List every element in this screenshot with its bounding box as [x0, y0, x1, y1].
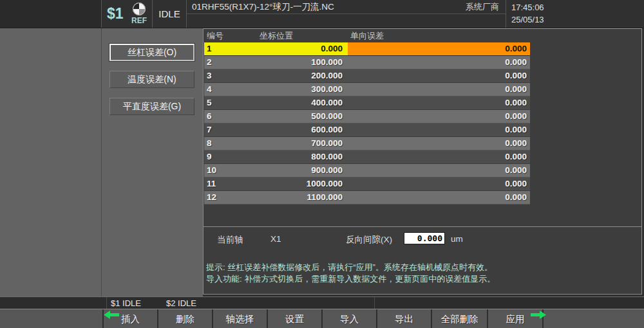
current-axis-label: 当前轴	[217, 234, 243, 246]
cell-index: 8	[204, 137, 258, 150]
table-row[interactable]: 11 1000.000 0.000	[204, 178, 530, 191]
cell-error: 0.000	[348, 69, 530, 82]
cell-error: 0.000	[348, 178, 530, 190]
cell-index: 7	[204, 123, 258, 136]
cell-position: 400.000	[258, 96, 348, 109]
table-row[interactable]: 5 400.000 0.000	[204, 96, 530, 110]
cell-position: 0.000	[258, 42, 348, 55]
sidebar-item-label: 丝杠误差(O)	[128, 47, 176, 59]
topbar-blank-cell	[0, 0, 102, 28]
cell-position: 500.000	[258, 110, 348, 123]
softkey-import[interactable]: 导入	[323, 309, 376, 328]
cell-position: 200.000	[258, 69, 348, 82]
softkey-label: 轴选择	[226, 313, 254, 325]
time-label: 17:45:06	[511, 3, 544, 12]
cell-error: 0.000	[348, 137, 530, 150]
softkey-delete[interactable]: 删除	[158, 309, 212, 328]
sidebar-item-straightness-error[interactable]: 平直度误差(G)	[109, 98, 194, 115]
table-row[interactable]: 4 300.000 0.000	[204, 83, 530, 96]
cell-error: 0.000	[348, 42, 530, 55]
softkey-label: 应用	[506, 313, 525, 325]
cell-index: 1	[204, 42, 258, 55]
left-empty-panel	[0, 28, 102, 296]
header-error: 单向误差	[348, 30, 530, 42]
machine-mode: IDLE	[153, 0, 187, 28]
status-divider	[106, 297, 107, 309]
clock-cell: 17:45:06 25/05/13	[506, 0, 644, 28]
cell-position: 600.000	[258, 123, 348, 136]
compensation-table: 编号 坐标位置 单向误差 1 0.000 0.000 2 100.000 0.0…	[204, 30, 530, 205]
softkey-label: 插入	[121, 313, 140, 325]
channel-cell: $1 REF	[102, 0, 153, 28]
cell-index: 6	[204, 110, 258, 123]
backlash-input[interactable]	[404, 232, 445, 244]
sidebar-item-temperature-error[interactable]: 温度误差(N)	[109, 71, 194, 88]
backlash-unit: um	[451, 234, 463, 244]
hint-line-1: 提示: 丝杠误差补偿数据修改后，请执行“应用”。系统存在轴机械原点时有效。	[206, 262, 631, 273]
cell-index: 9	[204, 150, 258, 163]
cell-error: 0.000	[348, 96, 530, 109]
header-position: 坐标位置	[258, 30, 348, 42]
cell-index: 4	[204, 83, 258, 96]
program-cell: 01RHF55(R1X7)-12°球刀-一刀流.NC 系统厂商	[187, 0, 506, 28]
sidebar-item-label: 平直度误差(G)	[123, 101, 181, 113]
cell-index: 12	[204, 191, 258, 204]
vendor-label: 系统厂商	[466, 1, 499, 13]
status-divider	[374, 297, 375, 309]
table-row[interactable]: 1 0.000 0.000	[204, 42, 530, 56]
cnc-screen: $1 REF IDLE 01RHF55(R1X7)-12°球刀-一刀流.NC 系…	[0, 0, 644, 328]
hint-line-2: 导入功能: 补偿方式切换后，需重新导入数据文件，更新页面中的误差值显示。	[206, 273, 631, 285]
table-row[interactable]: 3 200.000 0.000	[204, 69, 530, 83]
cell-error: 0.000	[348, 164, 530, 177]
softkey-label: 导入	[340, 313, 359, 325]
cell-position: 1100.000	[258, 191, 348, 204]
table-row[interactable]: 10 900.000 0.000	[204, 164, 530, 178]
softkey-delete-all[interactable]: 全部删除	[432, 309, 487, 328]
softkey-axis-select[interactable]: 轴选择	[213, 309, 267, 328]
program-name: 01RHF55(R1X7)-12°球刀-一刀流.NC	[192, 1, 466, 13]
cell-index: 3	[204, 69, 258, 82]
table-row[interactable]: 9 800.000 0.000	[204, 150, 530, 164]
cell-index: 11	[204, 178, 258, 190]
current-axis-value: X1	[270, 234, 281, 244]
cell-position: 800.000	[258, 150, 348, 163]
reference-point-icon	[132, 2, 146, 16]
backlash-label: 反向间隙(X)	[346, 234, 392, 246]
softkey-page-left-arrow-icon[interactable]	[104, 311, 119, 319]
ref-label: REF	[129, 16, 149, 25]
softkey-label: 删除	[176, 313, 194, 325]
softkey-settings[interactable]: 设置	[268, 309, 321, 328]
cell-position: 100.000	[258, 56, 348, 69]
cell-error: 0.000	[348, 191, 530, 204]
channel-status-bar: $1 IDLE $2 IDLE	[0, 296, 644, 309]
softkey-label: 设置	[285, 313, 304, 325]
ref-state: REF	[129, 1, 149, 25]
header-index: 编号	[204, 30, 258, 42]
cell-error: 0.000	[348, 83, 530, 96]
cell-position: 900.000	[258, 164, 348, 177]
cell-error: 0.000	[348, 123, 530, 136]
table-row[interactable]: 7 600.000 0.000	[204, 123, 530, 137]
table-row[interactable]: 6 500.000 0.000	[204, 110, 530, 123]
cell-index: 2	[204, 56, 258, 69]
table-header-row: 编号 坐标位置 单向误差	[204, 30, 530, 42]
table-row[interactable]: 2 100.000 0.000	[204, 56, 530, 69]
channel1-status: $1 IDLE	[111, 298, 141, 308]
cell-error: 0.000	[348, 56, 530, 69]
table-row[interactable]: 8 700.000 0.000	[204, 137, 530, 150]
sidebar-item-screw-error[interactable]: 丝杠误差(O)	[109, 44, 194, 61]
info-divider	[204, 226, 642, 227]
softkey-export[interactable]: 导出	[377, 309, 431, 328]
cell-position: 1000.000	[258, 178, 348, 190]
date-label: 25/05/13	[511, 15, 544, 24]
cell-index: 5	[204, 96, 258, 109]
softkey-label: 全部删除	[441, 313, 478, 325]
table-row[interactable]: 12 1100.000 0.000	[204, 191, 530, 205]
cell-position: 300.000	[258, 83, 348, 96]
program-row: 01RHF55(R1X7)-12°球刀-一刀流.NC 系统厂商	[187, 0, 506, 14]
channel-label: $1	[107, 5, 124, 23]
mode-label: IDLE	[158, 8, 180, 19]
cell-position: 700.000	[258, 137, 348, 150]
cell-error: 0.000	[348, 110, 530, 123]
softkey-page-right-arrow-icon[interactable]	[531, 311, 546, 319]
